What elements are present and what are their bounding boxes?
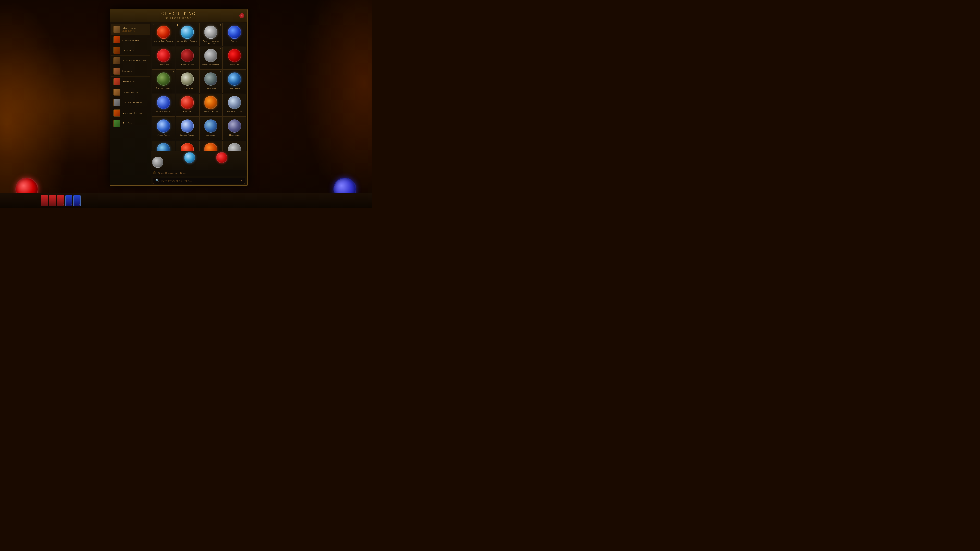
gem-name-faster-attacks: Faster Attacks: [227, 110, 242, 113]
gem-name-frozen-vortex: Frozen Vortex: [180, 134, 194, 136]
left-torch-glow: [0, 0, 72, 208]
sidebar-label-armour-breaker: Armour Breaker: [123, 101, 142, 104]
gem-icon-added-fire: [157, 25, 170, 39]
gem-area: 1Added Fire Damage1Added Cold Damage!Add…: [151, 22, 247, 186]
gem-name-added-lightning: Added Lightning Damage: [200, 40, 221, 45]
partial-gem-partial-1[interactable]: !: [151, 151, 183, 170]
sidebar-dot-mace-strike-4: [133, 30, 135, 32]
search-icon: 🔍: [156, 179, 159, 183]
partial-gem-partial-2[interactable]: [183, 151, 215, 170]
gem-icon-eternal-flame: [204, 96, 218, 109]
sidebar-item-herald-of-ash[interactable]: Herald of Ash: [111, 35, 150, 45]
gem-icon-bleed-chance: [181, 49, 194, 62]
gem-cell-eternal-flame[interactable]: Eternal Flame: [199, 94, 223, 117]
gem-name-brutality: Brutality: [230, 63, 239, 66]
sidebar-item-armour-breaker[interactable]: Armour Breaker: [111, 97, 150, 108]
search-input[interactable]: [161, 179, 239, 183]
gem-cell-execute[interactable]: Execute: [176, 94, 199, 117]
gem-cell-corrosion[interactable]: !Corrosion: [199, 70, 223, 93]
gem-cell-bloodlust[interactable]: Bloodlust: [152, 47, 175, 70]
partial-gem-partial-3[interactable]: [215, 151, 247, 170]
gem-name-eternal-flame: Eternal Flame: [204, 110, 218, 113]
right-torch-glow: [300, 0, 372, 208]
gem-cell-added-lightning[interactable]: !Added Lightning Damage: [199, 23, 223, 46]
gem-cell-frozen-vortex[interactable]: Frozen Vortex: [176, 117, 199, 140]
gem-cell-innervate[interactable]: !Innervate: [223, 141, 246, 151]
gem-exclaim-faster-attacks: !: [244, 94, 245, 97]
search-clear-button[interactable]: ✕: [240, 179, 243, 183]
sidebar-item-mace-strike[interactable]: Mace Strike: [111, 24, 150, 35]
bottom-bar: 12345: [0, 193, 372, 208]
gem-exclaim-added-lightning: !: [221, 24, 221, 27]
gem-cell-glaciation[interactable]: Glaciation: [199, 117, 223, 140]
sidebar-label-all-gems: All Gems: [123, 122, 134, 125]
flask-flask-3[interactable]: 3: [57, 195, 64, 206]
sidebar-item-seismic-cry[interactable]: Seismic Cry: [111, 76, 150, 87]
flask-flask-4[interactable]: 4: [65, 195, 73, 206]
gem-icon-frost-nexus: [157, 119, 170, 133]
sidebar-item-stampede[interactable]: Stampede: [111, 66, 150, 76]
gem-icon-deep-freeze: [228, 73, 241, 86]
gem-cell-bursting-plague[interactable]: !Bursting Plague: [152, 70, 175, 93]
gem-exclaim-break-endurance: !: [221, 48, 221, 50]
sidebar-dot-mace-strike-2: [127, 30, 130, 32]
gem-icon-ambush: [228, 25, 241, 39]
gem-cell-energy-barrier[interactable]: Energy Barrier: [152, 94, 175, 117]
gem-level-added-cold: 1: [177, 24, 178, 27]
window-subtitle: Support Gems: [113, 17, 244, 20]
flask-flask-1[interactable]: 1: [41, 195, 48, 206]
gem-cell-ambush[interactable]: Ambush: [223, 23, 246, 46]
sidebar-label-volcanic-fissure: Volcanic Fissure: [123, 111, 143, 114]
gem-cell-brutality[interactable]: Brutality: [223, 47, 246, 70]
gem-name-bleed-chance: Bleed Chance: [180, 63, 194, 66]
gem-exclaim-bursting-plague: !: [173, 71, 174, 73]
sidebar-icon-leap-slam: [113, 47, 121, 54]
gem-cell-inspiration[interactable]: Inspiration: [176, 141, 199, 151]
gem-name-hourglass: Hourglass: [229, 134, 240, 136]
recommend-label: Show Recomended Gems: [158, 171, 186, 175]
recommend-toggle-dot[interactable]: [153, 171, 156, 175]
gem-cell-frost-nexus[interactable]: Frost Nexus: [152, 117, 175, 140]
recommend-bar[interactable]: Show Recomended Gems: [151, 170, 247, 176]
gem-cell-faster-attacks[interactable]: !Faster Attacks: [223, 94, 246, 117]
sidebar-icon-volcanic-fissure: [113, 110, 121, 117]
gem-cell-ice-bite[interactable]: Ice Bite: [152, 141, 175, 151]
gem-icon-bloodlust: [157, 49, 170, 62]
gem-cell-break-endurance[interactable]: !Break Endurance: [199, 47, 223, 70]
gem-cell-conduction[interactable]: !Conduction: [176, 70, 199, 93]
gem-icon-inspiration: [181, 143, 194, 151]
flask-number-5: 5: [79, 203, 80, 206]
close-button[interactable]: ×: [239, 13, 245, 18]
sidebar-item-earthshatter[interactable]: Earthshatter: [111, 87, 150, 97]
gem-icon-frozen-vortex: [181, 119, 194, 133]
gem-icon-added-lightning: [204, 25, 218, 39]
sidebar-item-leap-slam[interactable]: Leap Slam: [111, 45, 150, 56]
gem-cell-added-fire[interactable]: 1Added Fire Damage: [152, 23, 175, 46]
gem-cell-deep-freeze[interactable]: Deep Freeze: [223, 70, 246, 93]
partial-gem-icon-partial-3: [216, 152, 228, 163]
flask-flask-2[interactable]: 2: [49, 195, 56, 206]
sidebar: Mace StrikeHerald of AshLeap SlamHammer …: [110, 22, 151, 186]
gem-icon-innervate: [228, 143, 241, 151]
flask-number-2: 2: [55, 203, 56, 206]
sidebar-dot-mace-strike-0: [123, 30, 124, 32]
gem-name-break-endurance: Break Endurance: [202, 63, 220, 66]
sidebar-dot-mace-strike-3: [130, 30, 132, 32]
sidebar-item-all-gems[interactable]: All Gems: [111, 118, 150, 129]
gem-icon-break-endurance: [204, 49, 218, 62]
gem-icon-faster-attacks: [228, 96, 241, 109]
flask-flask-5[interactable]: 5: [73, 195, 81, 206]
search-bar: 🔍 ✕: [151, 176, 247, 186]
gem-cell-bleed-chance[interactable]: Bleed Chance: [176, 47, 199, 70]
gem-cell-hourglass[interactable]: Hourglass: [223, 117, 246, 140]
gem-icon-added-cold: [181, 25, 194, 39]
sidebar-label-leap-slam: Leap Slam: [123, 49, 135, 52]
sidebar-item-volcanic-fissure[interactable]: Volcanic Fissure: [111, 108, 150, 118]
partial-gem-icon-partial-1: [152, 157, 163, 168]
gem-cell-ignition[interactable]: Ignition: [199, 141, 223, 151]
gem-name-bursting-plague: Bursting Plague: [156, 87, 172, 89]
gem-cell-added-cold[interactable]: 1Added Cold Damage: [176, 23, 199, 46]
sidebar-item-hammer-of-the-gods[interactable]: Hammer of the Gods: [111, 56, 150, 66]
gem-name-frost-nexus: Frost Nexus: [158, 134, 170, 136]
gemcutting-window: Gemcutting Support Gems × Mace StrikeHer…: [110, 9, 248, 186]
